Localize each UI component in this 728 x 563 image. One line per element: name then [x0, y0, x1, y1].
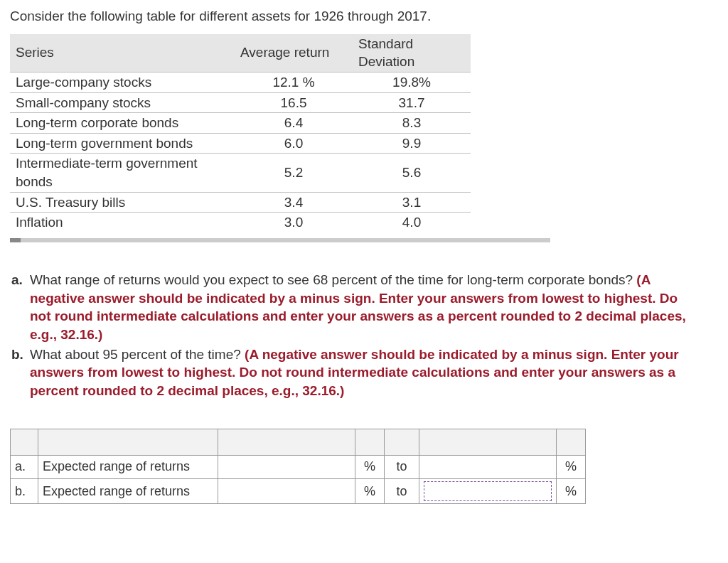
- sd-cell: 5.6: [353, 154, 471, 192]
- avg-cell: 3.4: [235, 192, 353, 213]
- answer-row-b: b. Expected range of returns % to %: [11, 478, 586, 503]
- avg-cell: 6.4: [235, 113, 353, 134]
- header-series: Series: [10, 34, 235, 73]
- answer-row-a: a. Expected range of returns % to %: [11, 455, 586, 478]
- answer-a-low-input[interactable]: [223, 459, 353, 475]
- answer-b-low-input[interactable]: [223, 484, 353, 500]
- series-cell: Long-term corporate bonds: [10, 113, 235, 134]
- table-row: Small-company stocks 16.5 31.7: [10, 92, 471, 113]
- sd-cell: 8.3: [353, 113, 471, 134]
- sd-cell: 3.1: [353, 192, 471, 213]
- answer-a-high-input[interactable]: [424, 459, 555, 475]
- asset-returns-table: Series Average return Standard Deviation…: [10, 34, 471, 232]
- answer-index: a.: [11, 455, 38, 478]
- percent-label: %: [355, 455, 385, 478]
- answer-header-blank: [11, 429, 586, 455]
- table-row: Inflation 3.0 4.0: [10, 213, 471, 232]
- series-cell: Long-term government bonds: [10, 133, 235, 154]
- sd-cell: 31.7: [353, 92, 471, 113]
- question-marker: a.: [11, 271, 23, 289]
- series-cell: Inflation: [10, 213, 235, 232]
- table-row: Intermediate-term government bonds 5.2 5…: [10, 154, 471, 192]
- sd-cell: 9.9: [353, 133, 471, 154]
- avg-cell: 3.0: [235, 213, 353, 232]
- question-b: b. What about 95 percent of the time? (A…: [30, 345, 718, 400]
- to-label: to: [385, 478, 419, 503]
- series-cell: Intermediate-term government bonds: [10, 154, 235, 192]
- series-cell: Small-company stocks: [10, 92, 235, 113]
- question-list: a. What range of returns would you expec…: [10, 271, 718, 400]
- answer-index: b.: [11, 478, 38, 503]
- table-row: U.S. Treasury bills 3.4 3.1: [10, 192, 471, 213]
- avg-cell: 16.5: [235, 92, 353, 113]
- avg-cell: 5.2: [235, 154, 353, 192]
- avg-cell: 6.0: [235, 133, 353, 154]
- table-row: Large-company stocks 12.1 % 19.8%: [10, 72, 471, 92]
- answer-label: Expected range of returns: [38, 455, 218, 478]
- percent-label: %: [355, 478, 385, 503]
- sd-cell: 19.8%: [353, 72, 471, 92]
- answer-b-high-input[interactable]: [425, 484, 553, 500]
- header-average-return: Average return: [235, 34, 353, 73]
- question-text: What about 95 percent of the time?: [30, 347, 245, 362]
- avg-cell: 12.1 %: [235, 72, 353, 92]
- table-row: Long-term government bonds 6.0 9.9: [10, 133, 471, 154]
- question-marker: b.: [11, 345, 23, 364]
- sd-cell: 4.0: [353, 213, 471, 232]
- answer-label: Expected range of returns: [38, 478, 218, 503]
- percent-label: %: [557, 455, 586, 478]
- answer-table: a. Expected range of returns % to % b. E…: [10, 429, 586, 504]
- divider: [10, 238, 550, 242]
- percent-label: %: [557, 478, 586, 503]
- series-cell: Large-company stocks: [10, 72, 235, 92]
- question-a: a. What range of returns would you expec…: [30, 271, 718, 344]
- problem-prompt: Consider the following table for differe…: [10, 7, 718, 26]
- question-text: What range of returns would you expect t…: [30, 272, 636, 287]
- table-row: Long-term corporate bonds 6.4 8.3: [10, 113, 471, 134]
- to-label: to: [385, 455, 419, 478]
- header-standard-deviation: Standard Deviation: [353, 34, 471, 73]
- series-cell: U.S. Treasury bills: [10, 192, 235, 213]
